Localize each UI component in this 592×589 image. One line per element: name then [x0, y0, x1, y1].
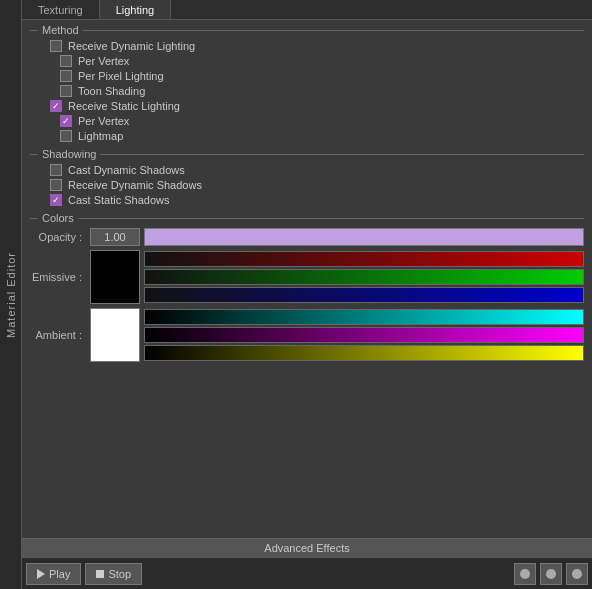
- tab-texturing[interactable]: Texturing: [22, 0, 100, 19]
- ambient-row: Ambient :: [30, 308, 584, 362]
- receive-static-lighting-row: Receive Static Lighting: [30, 100, 584, 112]
- per-vertex-dynamic-row: Per Vertex: [30, 55, 584, 67]
- receive-dynamic-lighting-row: Receive Dynamic Lighting: [30, 40, 584, 52]
- cast-dynamic-shadows-checkbox[interactable]: [50, 164, 62, 176]
- ambient-label: Ambient :: [30, 329, 90, 341]
- toon-shading-label: Toon Shading: [78, 85, 145, 97]
- emissive-row: Emissive :: [30, 250, 584, 304]
- cast-static-shadows-row: Cast Static Shadows: [30, 194, 584, 206]
- tab-lighting[interactable]: Lighting: [100, 0, 172, 19]
- lightmap-row: Lightmap: [30, 130, 584, 142]
- per-vertex-static-row: Per Vertex: [30, 115, 584, 127]
- material-editor-sidebar: Material Editor: [0, 0, 22, 589]
- stop-icon: [96, 570, 104, 578]
- cast-static-shadows-label: Cast Static Shadows: [68, 194, 170, 206]
- cast-static-shadows-checkbox[interactable]: [50, 194, 62, 206]
- ambient-yellow-bar[interactable]: [144, 345, 584, 361]
- ambient-cyan-bar[interactable]: [144, 309, 584, 325]
- method-section: Method Receive Dynamic Lighting Per Vert…: [30, 24, 584, 142]
- content-area: Method Receive Dynamic Lighting Per Vert…: [22, 20, 592, 538]
- per-vertex-dynamic-label: Per Vertex: [78, 55, 129, 67]
- extra-icon-2: [572, 569, 582, 579]
- ambient-bars: [144, 309, 584, 361]
- per-vertex-dynamic-checkbox[interactable]: [60, 55, 72, 67]
- tab-bar: Texturing Lighting: [22, 0, 592, 20]
- emissive-label: Emissive :: [30, 271, 90, 283]
- toon-shading-checkbox[interactable]: [60, 85, 72, 97]
- emissive-green-bar[interactable]: [144, 269, 584, 285]
- sidebar-label: Material Editor: [5, 252, 17, 338]
- per-vertex-static-checkbox[interactable]: [60, 115, 72, 127]
- toolbar: Play Stop: [22, 557, 592, 589]
- emissive-red-bar[interactable]: [144, 251, 584, 267]
- record-icon: [520, 569, 530, 579]
- receive-static-lighting-checkbox[interactable]: [50, 100, 62, 112]
- shadowing-section: Shadowing Cast Dynamic Shadows Receive D…: [30, 148, 584, 206]
- main-panel: Texturing Lighting Method Receive Dynami…: [22, 0, 592, 589]
- lightmap-checkbox[interactable]: [60, 130, 72, 142]
- per-vertex-static-label: Per Vertex: [78, 115, 129, 127]
- opacity-label: Opacity :: [30, 231, 90, 243]
- emissive-bars: [144, 251, 584, 303]
- receive-dynamic-shadows-row: Receive Dynamic Shadows: [30, 179, 584, 191]
- extra-button-2[interactable]: [566, 563, 588, 585]
- shadowing-section-header: Shadowing: [30, 148, 584, 160]
- opacity-bar[interactable]: [144, 228, 584, 246]
- per-pixel-lighting-row: Per Pixel Lighting: [30, 70, 584, 82]
- record-button[interactable]: [514, 563, 536, 585]
- extra-button-1[interactable]: [540, 563, 562, 585]
- colors-section-header: Colors: [30, 212, 584, 224]
- per-pixel-lighting-label: Per Pixel Lighting: [78, 70, 164, 82]
- ambient-color-block[interactable]: [90, 308, 140, 362]
- receive-static-lighting-label: Receive Static Lighting: [68, 100, 180, 112]
- cast-dynamic-shadows-row: Cast Dynamic Shadows: [30, 164, 584, 176]
- colors-section: Colors Opacity : Emissive : Ambi: [30, 212, 584, 362]
- play-button[interactable]: Play: [26, 563, 81, 585]
- lightmap-label: Lightmap: [78, 130, 123, 142]
- stop-button[interactable]: Stop: [85, 563, 142, 585]
- cast-dynamic-shadows-label: Cast Dynamic Shadows: [68, 164, 185, 176]
- opacity-row: Opacity :: [30, 228, 584, 246]
- emissive-color-block[interactable]: [90, 250, 140, 304]
- emissive-blue-bar[interactable]: [144, 287, 584, 303]
- ambient-magenta-bar[interactable]: [144, 327, 584, 343]
- receive-dynamic-shadows-label: Receive Dynamic Shadows: [68, 179, 202, 191]
- advanced-effects-bar[interactable]: Advanced Effects: [22, 538, 592, 557]
- method-section-header: Method: [30, 24, 584, 36]
- opacity-input[interactable]: [90, 228, 140, 246]
- receive-dynamic-lighting-checkbox[interactable]: [50, 40, 62, 52]
- toon-shading-row: Toon Shading: [30, 85, 584, 97]
- receive-dynamic-shadows-checkbox[interactable]: [50, 179, 62, 191]
- per-pixel-lighting-checkbox[interactable]: [60, 70, 72, 82]
- play-icon: [37, 569, 45, 579]
- extra-icon-1: [546, 569, 556, 579]
- receive-dynamic-lighting-label: Receive Dynamic Lighting: [68, 40, 195, 52]
